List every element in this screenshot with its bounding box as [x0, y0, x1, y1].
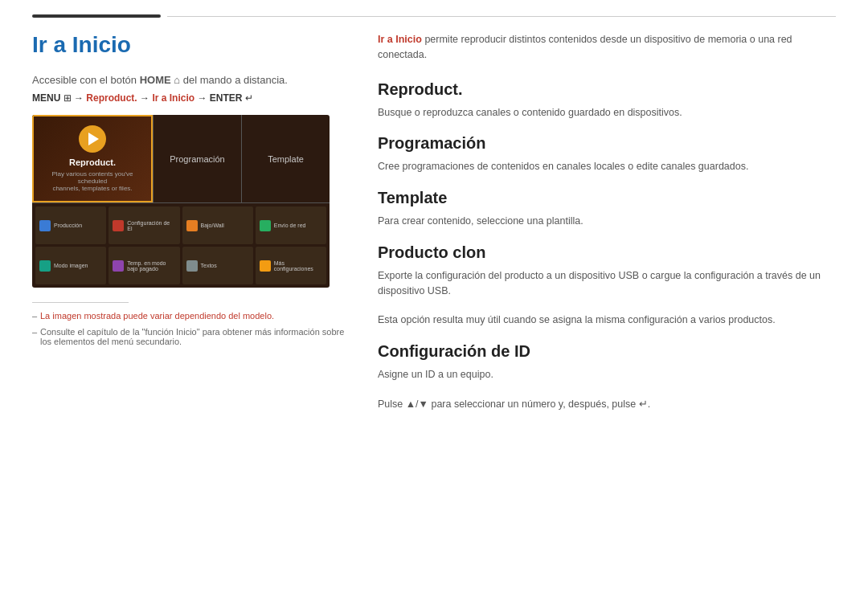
- intro-paragraph: Ir a Inicio permite reproducir distintos…: [378, 32, 836, 63]
- section-title-programacion: Programación: [378, 134, 836, 153]
- screen-top-row: Reproduct. Play various contents you've …: [32, 115, 330, 203]
- right-column: Ir a Inicio permite reproducir distintos…: [378, 24, 836, 427]
- progress-inactive: [167, 16, 836, 17]
- accessible-text: Accesible con el botón HOME ⌂ del mando …: [32, 74, 346, 86]
- grid-item-textos: Textos: [182, 247, 253, 284]
- section-text-producto-clon-2: Esta opción resulta muy útil cuando se a…: [378, 313, 836, 328]
- grid-item-config-id: Configuración de El: [108, 206, 179, 244]
- section-text-config-id-1: Asigne un ID a un equipo.: [378, 367, 836, 382]
- footnote-2-text: Consulte el capítulo de la "función Inic…: [40, 327, 344, 346]
- screen-programacion-cell: Programación: [153, 115, 242, 202]
- top-bar: [0, 0, 868, 18]
- screen-reproduct-cell: Reproduct. Play various contents you've …: [32, 115, 153, 202]
- grid-label-mas: Más configuraciones: [274, 260, 322, 272]
- grid-icon-purple: [113, 260, 124, 272]
- screenshot-box: Reproduct. Play various contents you've …: [32, 115, 330, 288]
- footnote-2: Consulte el capítulo de la "función Inic…: [32, 327, 346, 346]
- section-text-config-id-2: Pulse ▲/▼ para seleccionar un número y, …: [378, 397, 836, 412]
- enter-icon: ↵: [245, 92, 253, 104]
- section-text-reproduct: Busque o reproduzca canales o contenido …: [378, 105, 836, 121]
- section-text-template: Para crear contenido, seleccione una pla…: [378, 214, 836, 229]
- grid-icon-yellow: [260, 260, 271, 272]
- screen-reproduct-label: Reproduct.: [69, 157, 116, 168]
- grid-label-config: Configuración de El: [127, 220, 175, 231]
- grid-icon-green: [260, 220, 271, 231]
- screen-programacion-label: Programación: [170, 154, 224, 164]
- section-text-programacion: Cree programaciones de contenidos en can…: [378, 159, 836, 174]
- grid-label-envio: Envío de red: [274, 223, 306, 228]
- grid-label-modo: Modo imagen: [54, 263, 88, 268]
- accessible-label: Accesible con el botón: [32, 74, 137, 86]
- grid-item-temp: Temp. en modo bajo pagado: [108, 247, 179, 284]
- grid-icon-gray: [186, 260, 198, 272]
- screen-template-cell: Template: [242, 115, 330, 202]
- play-triangle-icon: [88, 133, 99, 145]
- section-title-producto-clon: Producto clon: [378, 243, 836, 262]
- grid-item-envio-red: Envío de red: [256, 206, 326, 244]
- home-icon: ⌂: [174, 74, 180, 86]
- left-column: Ir a Inicio Accesible con el botón HOME …: [32, 24, 346, 427]
- grid-item-mas-config: Más configuraciones: [256, 247, 326, 284]
- play-icon-circle: [79, 125, 106, 153]
- home-bold: HOME: [140, 74, 171, 86]
- grid-label-temp: Temp. en modo bajo pagado: [127, 260, 175, 272]
- menu-asistencia: Reproduct.: [86, 92, 137, 104]
- grid-icon-red: [113, 220, 124, 231]
- footnote-divider: [32, 302, 129, 303]
- grid-icon-blue: [39, 220, 51, 231]
- page-title: Ir a Inicio: [32, 32, 346, 58]
- grid-icon-orange: [186, 220, 198, 231]
- footnote-1: La imagen mostrada puede variar dependie…: [32, 311, 346, 321]
- grid-label-produccion: Producción: [54, 223, 82, 228]
- section-title-template: Template: [378, 189, 836, 207]
- menu-icon: ⊞: [63, 92, 72, 104]
- menu-path: MENU ⊞ → Reproduct. → Ir a Inicio → ENTE…: [32, 92, 346, 104]
- intro-body-text: permite reproducir distintos contenidos …: [378, 34, 792, 60]
- grid-icon-teal: [39, 260, 51, 272]
- accessible-suffix: del mando a distancia.: [183, 74, 288, 86]
- content-area: Ir a Inicio Accesible con el botón HOME …: [0, 24, 868, 427]
- grid-label-bajo: Bajo/Wall: [201, 223, 224, 228]
- screen-template-label: Template: [268, 154, 304, 164]
- grid-item-bajo-wall: Bajo/Wall: [182, 206, 253, 244]
- section-title-reproduct: Reproduct.: [378, 80, 836, 99]
- grid-label-textos: Textos: [201, 263, 217, 268]
- menu-arrow-2: →: [140, 92, 152, 104]
- screen-reproduct-sub: Play various contents you've scheduledch…: [42, 170, 143, 192]
- intro-red-text: Ir a Inicio: [378, 34, 422, 45]
- grid-item-produccion: Producción: [35, 206, 106, 244]
- menu-menu: MENU: [32, 92, 63, 104]
- page-container: Ir a Inicio Accesible con el botón HOME …: [0, 0, 868, 427]
- grid-item-modo-imagen: Modo imagen: [35, 247, 106, 284]
- menu-enter: ENTER: [210, 92, 245, 104]
- screen-bottom-grid: Producción Configuración de El Bajo/Wall…: [32, 203, 330, 288]
- section-text-producto-clon-1: Exporte la configuración del producto a …: [378, 268, 836, 299]
- footnote-1-text: La imagen mostrada puede variar dependie…: [40, 311, 274, 321]
- menu-arrow-1: →: [74, 92, 86, 104]
- progress-active: [32, 14, 161, 18]
- menu-arrow-3: →: [197, 92, 209, 104]
- section-title-config-id: Configuración de ID: [378, 342, 836, 361]
- menu-irinicio: Ir a Inicio: [152, 92, 194, 104]
